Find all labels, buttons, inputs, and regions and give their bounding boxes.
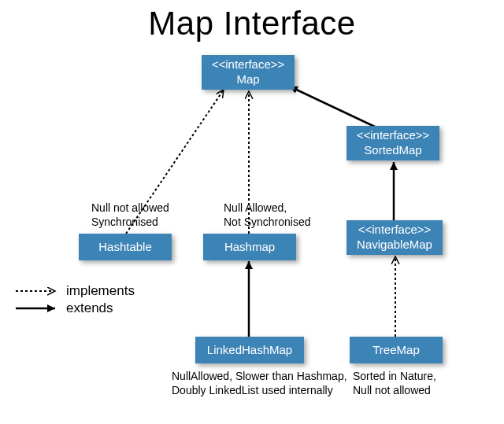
class-name: Hashtable: [98, 240, 152, 255]
edge-sortedmap-map: [290, 87, 376, 127]
class-name: Hashmap: [224, 240, 275, 255]
annotation-treemap: Sorted in Nature, Null not allowed: [353, 370, 436, 397]
node-sortedmap: <<interface>> SortedMap: [346, 126, 439, 160]
stereotype: <<interface>>: [357, 128, 430, 143]
stereotype: <<interface>>: [358, 223, 432, 238]
legend: implements extends: [16, 283, 135, 318]
node-linkedhashmap: LinkedHashMap: [195, 337, 304, 363]
legend-implements-label: implements: [66, 283, 135, 299]
legend-extends-line: [16, 301, 58, 315]
stereotype: <<interface>>: [212, 57, 285, 72]
annotation-hashmap: Null Allowed, Not Synchronised: [224, 201, 311, 229]
legend-extends: extends: [16, 300, 135, 316]
diagram-title: Map Interface: [0, 5, 504, 42]
legend-implements-line: [16, 284, 58, 298]
class-name: SortedMap: [364, 143, 421, 158]
legend-extends-label: extends: [66, 300, 113, 316]
class-name: NavigableMap: [357, 238, 432, 253]
node-navigablemap: <<interface>> NavigableMap: [346, 220, 443, 255]
annotation-hashtable: Null not allowed Synchronised: [91, 201, 169, 229]
class-name: Map: [236, 72, 259, 87]
node-treemap: TreeMap: [350, 337, 443, 363]
legend-implements: implements: [16, 283, 135, 299]
annotation-linkedhashmap: NullAllowed, Slower than Hashmap, Doubly…: [172, 370, 347, 397]
node-hashmap: Hashmap: [203, 234, 296, 260]
node-hashtable: Hashtable: [79, 234, 172, 260]
class-name: LinkedHashMap: [207, 343, 292, 358]
node-map: <<interface>> Map: [202, 55, 295, 90]
class-name: TreeMap: [372, 343, 419, 358]
